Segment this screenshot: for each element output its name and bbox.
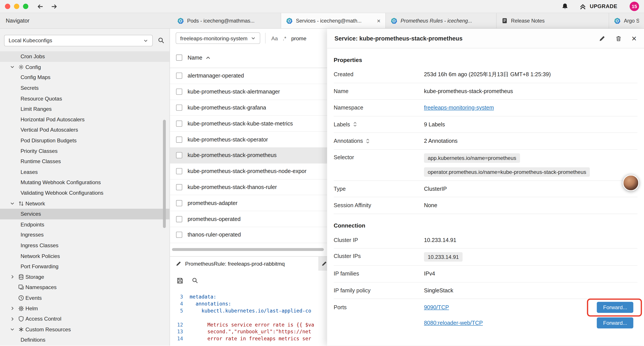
sidebar-item-config-maps[interactable]: Config Maps — [0, 72, 170, 83]
editor-line: 4 annotations: — [170, 301, 327, 308]
match-case-toggle[interactable]: Aa — [271, 35, 278, 41]
sidebar-item-network-policies[interactable]: Network Policies — [0, 251, 170, 261]
row-checkbox[interactable] — [176, 136, 182, 143]
notifications-bell-icon[interactable] — [561, 3, 568, 10]
row-checkbox[interactable] — [176, 73, 182, 79]
row-checkbox[interactable] — [176, 152, 182, 158]
sidebar-item-config[interactable]: Config — [0, 62, 170, 72]
chevron-right-icon[interactable] — [10, 306, 17, 311]
name-column-header[interactable]: Name — [188, 54, 202, 61]
tab-pods-icecheng-mathmas[interactable]: Pods - icecheng@mathmas... — [172, 13, 281, 28]
port-link[interactable]: 8080:reloader-web/TCP — [424, 320, 483, 326]
table-row-alertmanager-operated[interactable]: alertmanager-operated — [170, 68, 327, 84]
asterisk-icon — [17, 326, 25, 333]
table-row-kube-prometheus-stack-prometheus-node-expor[interactable]: kube-prometheus-stack-prometheus-node-ex… — [170, 164, 327, 180]
sidebar-item-validating-webhook-configurations[interactable]: Validating Webhook Configurations — [0, 188, 170, 198]
table-row-prometheus-operated[interactable]: prometheus-operated — [170, 211, 327, 227]
yaml-editor[interactable]: 3metadata:4 annotations:5 kubectl.kubern… — [170, 290, 327, 346]
table-row-kube-prometheus-stack-operator[interactable]: kube-prometheus-stack-operator — [170, 132, 327, 148]
sort-icon[interactable] — [353, 122, 357, 127]
tab-services-icecheng-math[interactable]: Services - icecheng@math...× — [281, 13, 386, 28]
sidebar-item-ingresses[interactable]: Ingresses — [0, 230, 170, 240]
back-button[interactable] — [36, 3, 44, 10]
tab-prometheus-rules-icecheng[interactable]: Prometheus Rules - icecheng... — [386, 13, 497, 28]
namespace-link[interactable]: freeleaps-monitoring-system — [424, 105, 494, 111]
row-checkbox[interactable] — [176, 89, 182, 95]
delete-service-icon[interactable] — [615, 35, 622, 42]
row-checkbox[interactable] — [176, 168, 182, 174]
notification-count-badge[interactable]: 15 — [630, 1, 639, 11]
tab-argo-se[interactable]: Argo Se... — [609, 13, 644, 28]
sidebar-item-network[interactable]: Network — [0, 198, 170, 209]
sidebar-item-cron-jobs[interactable]: Cron Jobs — [0, 51, 170, 62]
sidebar-item-vertical-pod-autoscalers[interactable]: Vertical Pod Autoscalers — [0, 125, 170, 135]
table-row-kube-prometheus-stack-thanos-ruler[interactable]: kube-prometheus-stack-thanos-ruler — [170, 179, 327, 195]
sort-icon[interactable] — [366, 138, 370, 143]
search-query[interactable]: prome — [291, 35, 306, 41]
sidebar-item-namespaces[interactable]: Namespaces — [0, 282, 170, 293]
window-zoom-button[interactable] — [23, 4, 28, 9]
sidebar-item-leases[interactable]: Leases — [0, 167, 170, 177]
port-link[interactable]: 9090/TCP — [424, 304, 449, 310]
forward-button[interactable]: Forward... — [597, 302, 634, 313]
row-checkbox[interactable] — [176, 184, 182, 190]
sidebar-item-definitions[interactable]: Definitions — [0, 335, 170, 345]
sidebar-item-resource-quotas[interactable]: Resource Quotas — [0, 93, 170, 104]
sidebar-search-icon[interactable] — [158, 37, 164, 44]
row-checkbox[interactable] — [176, 200, 182, 206]
sidebar-item-ingress-classes[interactable]: Ingress Classes — [0, 240, 170, 251]
sidebar-item-services[interactable]: Services — [0, 209, 170, 219]
table-row-kube-prometheus-stack-grafana[interactable]: kube-prometheus-stack-grafana — [170, 100, 327, 116]
row-checkbox[interactable] — [176, 120, 182, 127]
window-close-button[interactable] — [5, 4, 10, 9]
regex-toggle[interactable]: .* — [283, 35, 286, 41]
sidebar-item-storage[interactable]: Storage — [0, 272, 170, 282]
forward-button[interactable]: Forward... — [597, 317, 634, 329]
edit-service-icon[interactable] — [599, 35, 605, 42]
sidebar-item-events[interactable]: Events — [0, 293, 170, 303]
table-row-kube-prometheus-stack-prometheus[interactable]: kube-prometheus-stack-prometheus — [170, 148, 327, 164]
sidebar-item-mutating-webhook-configurations[interactable]: Mutating Webhook Configurations — [0, 177, 170, 188]
close-drawer-icon[interactable]: × — [632, 34, 636, 42]
table-row-kube-prometheus-stack-alertmanager[interactable]: kube-prometheus-stack-alertmanager — [170, 84, 327, 100]
sidebar-scrollbar[interactable] — [163, 120, 166, 228]
horizontal-scrollbar[interactable] — [170, 243, 327, 256]
chevron-down-icon[interactable] — [10, 201, 17, 206]
namespace-filter-dropdown[interactable]: freeleaps-monitoring-system — [176, 32, 260, 44]
dock-tab-prometheusrule[interactable]: PrometheusRule: freeleaps-prod-rabbitmq — [170, 257, 319, 271]
dock-tab-next[interactable] — [319, 257, 327, 271]
tab-release-notes[interactable]: Release Notes — [497, 13, 609, 28]
sidebar-item-helm[interactable]: Helm — [0, 303, 170, 314]
row-checkbox[interactable] — [176, 216, 182, 222]
kubeconfig-dropdown[interactable]: Local Kubeconfigs — [4, 34, 153, 46]
save-icon[interactable] — [176, 277, 184, 284]
sidebar-item-limit-ranges[interactable]: Limit Ranges — [0, 104, 170, 114]
sort-ascending-icon[interactable] — [206, 56, 210, 59]
sidebar-item-custom-resources[interactable]: Custom Resources — [0, 324, 170, 335]
sidebar-item-pod-disruption-budgets[interactable]: Pod Disruption Budgets — [0, 135, 170, 146]
close-tab-icon[interactable]: × — [377, 17, 380, 24]
table-row-thanos-ruler-operated[interactable]: thanos-ruler-operated — [170, 227, 327, 243]
chevron-down-icon[interactable] — [10, 327, 17, 332]
chevron-down-icon[interactable] — [10, 65, 17, 69]
sidebar-item-access-control[interactable]: Access Control — [0, 314, 170, 324]
table-row-kube-prometheus-stack-kube-state-metrics[interactable]: kube-prometheus-stack-kube-state-metrics — [170, 116, 327, 132]
upgrade-button[interactable]: UPGRADE — [579, 3, 617, 10]
scrollbar-thumb[interactable] — [172, 248, 324, 251]
editor-search-icon[interactable] — [192, 277, 198, 284]
sidebar-item-priority-classes[interactable]: Priority Classes — [0, 146, 170, 156]
sidebar-item-runtime-classes[interactable]: Runtime Classes — [0, 156, 170, 167]
forward-button[interactable] — [50, 3, 58, 10]
avatar[interactable] — [623, 175, 639, 191]
sidebar-item-endpoints[interactable]: Endpoints — [0, 219, 170, 230]
row-checkbox[interactable] — [176, 232, 182, 238]
window-minimize-button[interactable] — [14, 4, 19, 9]
chevron-right-icon[interactable] — [10, 274, 17, 279]
select-all-checkbox[interactable] — [176, 54, 182, 61]
table-row-prometheus-adapter[interactable]: prometheus-adapter — [170, 195, 327, 211]
sidebar-item-secrets[interactable]: Secrets — [0, 83, 170, 93]
sidebar-item-horizontal-pod-autoscalers[interactable]: Horizontal Pod Autoscalers — [0, 114, 170, 125]
chevron-right-icon[interactable] — [10, 317, 17, 321]
row-checkbox[interactable] — [176, 104, 182, 111]
sidebar-item-port-forwarding[interactable]: Port Forwarding — [0, 261, 170, 272]
